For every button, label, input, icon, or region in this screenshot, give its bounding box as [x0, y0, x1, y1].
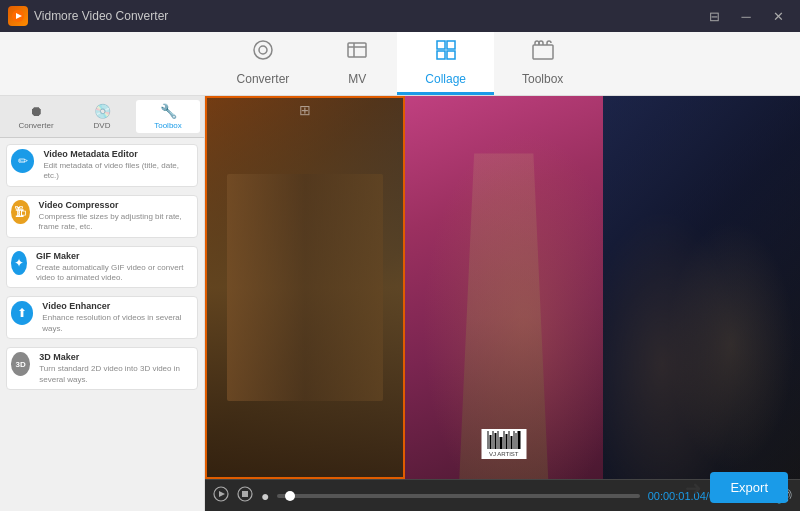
item-desc-1: Compress file sizes by adjusting bit rat… — [39, 212, 193, 233]
svg-rect-4 — [348, 43, 366, 57]
item-title-1: Video Compressor — [39, 200, 193, 210]
barcode: VJ ARTIST — [481, 429, 526, 459]
svg-rect-8 — [447, 51, 455, 59]
barcode-lines — [487, 433, 520, 449]
right-panel: ⊞ — [205, 96, 800, 511]
title-bar-left: Vidmore Video Converter — [8, 6, 168, 26]
export-area: ➜ Export — [685, 472, 788, 503]
item-icon-1: 🗜 — [11, 200, 30, 224]
toolbox-icon — [531, 38, 555, 68]
converter-icon — [251, 38, 275, 68]
tab-collage[interactable]: Collage — [397, 32, 494, 95]
left-mini-tabs: ⏺ Converter 💿 DVD 🔧 Toolbox — [0, 96, 204, 138]
svg-rect-5 — [437, 41, 445, 49]
item-title-0: Video Metadata Editor — [43, 149, 193, 159]
maximize-button[interactable]: ─ — [732, 6, 760, 26]
svg-marker-11 — [219, 491, 225, 497]
list-item[interactable]: ✏ Video Metadata Editor Edit metadata of… — [6, 144, 198, 187]
svg-point-2 — [254, 41, 272, 59]
close-button[interactable]: ✕ — [764, 6, 792, 26]
minimize-button[interactable]: ⊟ — [700, 6, 728, 26]
main-content: ⏺ Converter 💿 DVD 🔧 Toolbox ✏ Video Meta… — [0, 96, 800, 511]
tab-mv[interactable]: MV — [317, 32, 397, 95]
list-item[interactable]: 3D 3D Maker Turn standard 2D video into … — [6, 347, 198, 390]
preview-left-icon: ⊞ — [299, 102, 311, 118]
item-icon-4: 3D — [11, 352, 30, 376]
item-title-3: Video Enhancer — [42, 301, 193, 311]
preview-right-left: VJ ARTIST — [405, 96, 603, 479]
mini-converter-label: Converter — [18, 121, 53, 130]
preview-left: ⊞ — [205, 96, 405, 479]
pr-dark-overlay — [603, 96, 801, 479]
mv-tab-label: MV — [348, 72, 366, 86]
item-desc-2: Create automatically GIF video or conver… — [36, 263, 193, 284]
svg-rect-6 — [447, 41, 455, 49]
export-arrow-icon: ➜ — [685, 476, 702, 500]
mini-tab-dvd[interactable]: 💿 DVD — [70, 100, 134, 133]
list-item[interactable]: ✦ GIF Maker Create automatically GIF vid… — [6, 246, 198, 289]
item-desc-3: Enhance resolution of videos in several … — [42, 313, 193, 334]
export-button[interactable]: Export — [710, 472, 788, 503]
preview-right-right — [603, 96, 801, 479]
left-items-list: ✏ Video Metadata Editor Edit metadata of… — [0, 138, 204, 511]
app-title: Vidmore Video Converter — [34, 9, 168, 23]
svg-rect-7 — [437, 51, 445, 59]
barcode-text: VJ ARTIST — [489, 451, 519, 457]
app-icon — [8, 6, 28, 26]
film-figures — [227, 174, 384, 401]
item-desc-0: Edit metadata of video files (title, dat… — [43, 161, 193, 182]
playback-thumb — [285, 491, 295, 501]
mv-icon — [345, 38, 369, 68]
title-bar-controls: ⊟ ─ ✕ — [700, 6, 792, 26]
preview-right: VJ ARTIST — [405, 96, 800, 479]
item-icon-2: ✦ — [11, 251, 27, 275]
item-title-2: GIF Maker — [36, 251, 193, 261]
item-icon-0: ✏ — [11, 149, 34, 173]
svg-point-3 — [259, 46, 267, 54]
mini-tab-converter[interactable]: ⏺ Converter — [4, 100, 68, 133]
preview-area: ⊞ — [205, 96, 800, 479]
collage-tab-label: Collage — [425, 72, 466, 86]
mini-dvd-label: DVD — [94, 121, 111, 130]
svg-rect-13 — [242, 491, 248, 497]
item-title-4: 3D Maker — [39, 352, 193, 362]
play-button[interactable] — [213, 486, 229, 505]
toolbox-tab-label: Toolbox — [522, 72, 563, 86]
tab-toolbox[interactable]: Toolbox — [494, 32, 591, 95]
nav-tabs: Converter MV Collage — [0, 32, 800, 96]
title-bar: Vidmore Video Converter ⊟ ─ ✕ — [0, 0, 800, 32]
tab-converter[interactable]: Converter — [209, 32, 318, 95]
loop-button[interactable]: ● — [261, 488, 269, 504]
stop-button[interactable] — [237, 486, 253, 505]
item-icon-3: ⬆ — [11, 301, 33, 325]
converter-tab-label: Converter — [237, 72, 290, 86]
left-panel: ⏺ Converter 💿 DVD 🔧 Toolbox ✏ Video Meta… — [0, 96, 205, 511]
item-desc-4: Turn standard 2D video into 3D video in … — [39, 364, 193, 385]
list-item[interactable]: 🗜 Video Compressor Compress file sizes b… — [6, 195, 198, 238]
preview-right-inner: VJ ARTIST — [405, 96, 800, 479]
mini-dvd-icon: 💿 — [94, 103, 111, 119]
playback-progress[interactable] — [277, 494, 639, 498]
film-content — [207, 98, 403, 477]
svg-rect-9 — [533, 45, 553, 59]
mini-tab-toolbox[interactable]: 🔧 Toolbox — [136, 100, 200, 133]
mini-converter-icon: ⏺ — [29, 103, 43, 119]
list-item[interactable]: ⬆ Video Enhancer Enhance resolution of v… — [6, 296, 198, 339]
mini-toolbox-icon: 🔧 — [160, 103, 177, 119]
mini-toolbox-label: Toolbox — [154, 121, 182, 130]
collage-icon — [434, 38, 458, 68]
